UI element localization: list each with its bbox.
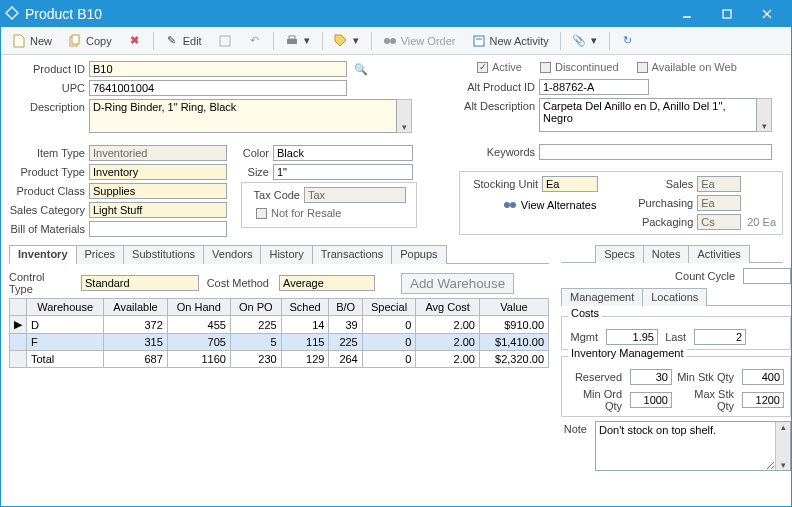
count-cycle-label: Count Cycle (675, 270, 739, 282)
new-activity-button[interactable]: New Activity (465, 30, 556, 52)
main-toolbar: New Copy ✖ ✎Edit ↶ ▾ ▾ View Order New Ac… (1, 27, 791, 55)
min-ord-input[interactable] (630, 392, 672, 408)
scroll-down-icon: ▾ (781, 460, 786, 470)
packaging-qty: 20 Ea (747, 216, 776, 228)
col-onpo[interactable]: On PO (230, 299, 281, 316)
svg-point-14 (504, 202, 510, 208)
cost-method-label: Cost Method (205, 277, 273, 289)
close-button[interactable] (747, 1, 787, 27)
tab-prices[interactable]: Prices (76, 245, 125, 264)
avail-web-checkbox[interactable] (637, 62, 648, 73)
tab-specs[interactable]: Specs (595, 245, 644, 263)
col-avgcost[interactable]: Avg Cost (416, 299, 480, 316)
tab-vendors[interactable]: Vendors (203, 245, 261, 264)
sales-unit-field[interactable] (697, 176, 741, 192)
tab-transactions[interactable]: Transactions (312, 245, 393, 264)
refresh-button[interactable]: ↻ (614, 30, 642, 52)
svg-rect-12 (474, 36, 484, 46)
inventory-grid[interactable]: Warehouse Available On Hand On PO Sched … (9, 298, 549, 368)
tab-history[interactable]: History (260, 245, 312, 264)
alt-desc-scroll-down[interactable]: ▾ (757, 98, 772, 132)
tab-notes[interactable]: Notes (643, 245, 690, 263)
add-warehouse-button[interactable]: Add Warehouse (401, 273, 514, 294)
product-type-field[interactable] (89, 164, 227, 180)
window-titlebar: Product B10 (1, 1, 791, 27)
table-row[interactable]: F315705511522502.00$1,410.00 (10, 334, 549, 351)
product-id-input[interactable] (89, 61, 347, 77)
last-input[interactable] (694, 329, 746, 345)
new-button[interactable]: New (5, 30, 59, 52)
view-order-button[interactable]: View Order (376, 30, 463, 52)
print-button[interactable]: ▾ (278, 30, 318, 52)
maximize-button[interactable] (707, 1, 747, 27)
inv-mgmt-legend: Inventory Management (568, 347, 687, 359)
col-sched[interactable]: Sched (281, 299, 329, 316)
view-alternates-button[interactable]: View Alternates (466, 198, 633, 212)
attach-button[interactable]: 📎▾ (565, 30, 605, 52)
svg-rect-8 (287, 39, 297, 44)
tab-substitutions[interactable]: Substitutions (123, 245, 204, 264)
printer-icon (285, 34, 299, 48)
upc-input[interactable] (89, 80, 347, 96)
costs-legend: Costs (568, 307, 602, 319)
search-button[interactable]: 🔍 (347, 62, 375, 76)
minimize-button[interactable] (667, 1, 707, 27)
tab-popups[interactable]: Popups (391, 245, 446, 264)
edit-label: Edit (183, 35, 202, 47)
cost-method-field[interactable] (279, 275, 375, 291)
alt-product-id-input[interactable] (539, 79, 649, 95)
tag-button[interactable]: ▾ (327, 30, 367, 52)
copy-button[interactable]: Copy (61, 30, 119, 52)
tab-locations[interactable]: Locations (642, 288, 707, 306)
stocking-unit-field[interactable] (542, 176, 598, 192)
detail-tabs: Inventory Prices Substitutions Vendors H… (9, 245, 549, 264)
table-row[interactable]: Total687116023012926402.00$2,320.00 (10, 351, 549, 368)
discontinued-checkbox[interactable] (540, 62, 551, 73)
count-cycle-input[interactable] (743, 268, 791, 284)
product-type-label: Product Type (9, 166, 89, 178)
control-type-field[interactable] (81, 275, 199, 291)
not-for-resale-checkbox[interactable] (256, 208, 267, 219)
svg-point-11 (390, 38, 396, 44)
size-input[interactable] (273, 164, 413, 180)
note-scrollbar[interactable]: ▴▾ (775, 422, 790, 470)
mgmt-input[interactable] (606, 329, 658, 345)
col-onhand[interactable]: On Hand (167, 299, 230, 316)
active-checkbox[interactable]: ✓ (477, 62, 488, 73)
keywords-input[interactable] (539, 144, 772, 160)
tab-management[interactable]: Management (561, 288, 643, 306)
purchasing-unit-field[interactable] (697, 195, 741, 211)
bom-input[interactable] (89, 221, 227, 237)
item-type-field[interactable] (89, 145, 227, 161)
copy-label: Copy (86, 35, 112, 47)
description-scroll-down[interactable]: ▾ (397, 99, 412, 133)
tab-activities[interactable]: Activities (688, 245, 749, 263)
delete-button[interactable]: ✖ (121, 30, 149, 52)
max-stk-input[interactable] (742, 392, 784, 408)
sales-category-field[interactable] (89, 202, 227, 218)
col-special[interactable]: Special (362, 299, 416, 316)
packaging-unit-field[interactable] (697, 214, 741, 230)
note-input[interactable] (596, 422, 775, 470)
purchasing-label: Purchasing (637, 197, 697, 209)
tab-inventory[interactable]: Inventory (9, 245, 77, 264)
svg-rect-7 (220, 36, 230, 46)
reserved-input[interactable] (630, 369, 672, 385)
color-input[interactable] (273, 145, 413, 161)
col-warehouse[interactable]: Warehouse (27, 299, 104, 316)
upc-label: UPC (9, 82, 89, 94)
undo-button[interactable]: ↶ (241, 30, 269, 52)
col-bo[interactable]: B/O (329, 299, 362, 316)
product-class-field[interactable] (89, 183, 227, 199)
min-ord-label: Min Ord Qty (568, 388, 626, 412)
edit-button[interactable]: ✎Edit (158, 30, 209, 52)
tax-code-field[interactable] (304, 187, 406, 203)
min-stk-input[interactable] (742, 369, 784, 385)
table-row[interactable]: ▶D372455225143902.00$910.00 (10, 316, 549, 334)
save-button[interactable] (211, 30, 239, 52)
reserved-label: Reserved (568, 371, 626, 383)
col-available[interactable]: Available (104, 299, 168, 316)
alt-desc-input[interactable] (539, 98, 757, 132)
col-value[interactable]: Value (479, 299, 548, 316)
description-input[interactable] (89, 99, 397, 133)
